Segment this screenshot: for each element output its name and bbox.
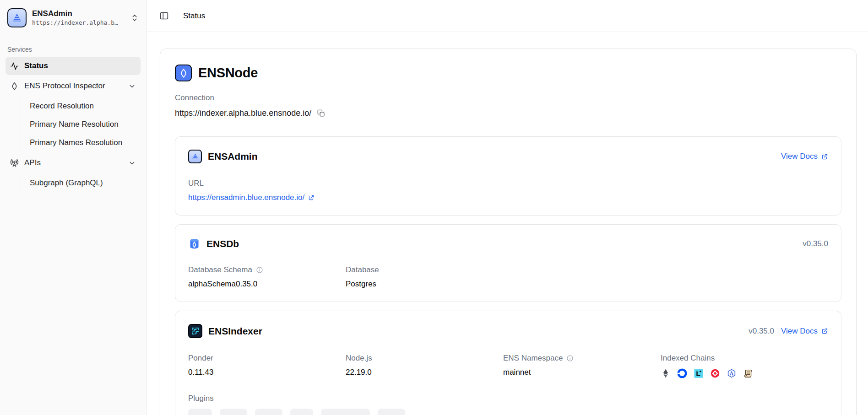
field-url: URL https://ensadmin.blue.ensnode.io/ xyxy=(188,179,346,202)
plugin-badge xyxy=(220,409,247,415)
field-database-schema: Database Schema alphaSchema0.35.0 xyxy=(188,265,346,289)
sidebar-item-apis[interactable]: APIs xyxy=(5,154,141,172)
ensadmin-logo-icon xyxy=(188,150,202,163)
ensadmin-logo-icon xyxy=(7,8,27,27)
sidebar: ENSAdmin https://indexer.alpha.b… Servic… xyxy=(0,0,146,415)
ensdb-card: ENSDb v0.35.0 Database Schema alphaSch xyxy=(175,224,841,302)
info-icon[interactable] xyxy=(566,355,574,362)
sidebar-item-label: Status xyxy=(24,61,48,70)
sidebar-section-label: Services xyxy=(0,46,146,53)
connection-url: https://indexer.alpha.blue.ensnode.io/ xyxy=(175,108,311,118)
field-label: Ponder xyxy=(188,354,213,363)
field-label: ENS Namespace xyxy=(503,354,563,363)
view-docs-label: View Docs xyxy=(781,327,818,336)
inspector-submenu: Record Resolution Primary Name Resolutio… xyxy=(20,97,141,152)
external-link-icon xyxy=(821,153,828,160)
workspace-switcher[interactable]: ENSAdmin https://indexer.alpha.b… xyxy=(0,0,146,35)
field-value: 22.19.0 xyxy=(346,368,503,377)
sidebar-item-ens-protocol-inspector[interactable]: ENS Protocol Inspector xyxy=(5,77,141,95)
app-name: ENSAdmin xyxy=(32,9,118,18)
ensnode-logo-icon xyxy=(175,65,192,81)
field-label: Database xyxy=(346,265,379,275)
field-ens-namespace: ENS Namespace mainnet xyxy=(503,354,661,379)
base-chain-icon xyxy=(677,368,687,378)
radio-tower-icon xyxy=(10,159,19,167)
topbar: Status xyxy=(146,0,868,32)
info-icon[interactable] xyxy=(256,266,263,274)
sidebar-item-label: ENS Protocol Inspector xyxy=(24,81,105,91)
link-text: https://ensadmin.blue.ensnode.io/ xyxy=(188,193,304,202)
linea-chain-icon xyxy=(694,368,704,378)
sidebar-item-primary-names-resolution[interactable]: Primary Names Resolution xyxy=(20,134,141,152)
optimism-chain-icon xyxy=(710,368,720,378)
card-title: ENSDb xyxy=(206,238,239,249)
main-area: Status ENSNode Connection https://indexe… xyxy=(146,0,868,415)
field-database: Database Postgres xyxy=(346,265,503,289)
view-docs-label: View Docs xyxy=(781,152,818,161)
sidebar-item-label: Record Resolution xyxy=(30,102,94,111)
ensnode-header: ENSNode xyxy=(175,65,841,81)
ensindexer-card-header: ENSIndexer v0.35.0 View Docs xyxy=(188,324,828,338)
ensdb-card-header: ENSDb v0.35.0 xyxy=(188,237,828,250)
field-label: URL xyxy=(188,179,204,188)
ensadmin-card-header: ENSAdmin View Docs xyxy=(188,150,828,163)
field-indexed-chains: Indexed Chains xyxy=(661,354,828,379)
field-label: Indexed Chains xyxy=(661,354,715,363)
card-title: ENSIndexer xyxy=(208,326,262,337)
card-title: ENSAdmin xyxy=(208,151,258,162)
ethereum-chain-icon xyxy=(661,368,671,378)
connection-row: https://indexer.alpha.blue.ensnode.io/ xyxy=(175,108,841,118)
arbitrum-chain-icon xyxy=(727,368,737,378)
sidebar-item-status[interactable]: Status xyxy=(5,57,141,75)
sidebar-toggle-icon[interactable] xyxy=(159,11,169,21)
view-docs-link[interactable]: View Docs xyxy=(781,327,828,336)
plugins-label: Plugins xyxy=(188,394,828,403)
ensadmin-url-link[interactable]: https://ensadmin.blue.ensnode.io/ xyxy=(188,193,315,202)
activity-icon xyxy=(10,62,19,70)
plugin-badge xyxy=(378,409,405,415)
plugin-badge xyxy=(255,409,282,415)
topbar-divider xyxy=(176,11,176,21)
field-nodejs: Node.js 22.19.0 xyxy=(346,354,503,379)
plugin-badge xyxy=(321,409,370,415)
page-title: ENSNode xyxy=(198,65,258,81)
ensindexer-card: ENSIndexer v0.35.0 View Docs Ponder 0.11… xyxy=(175,311,841,415)
sidebar-item-label: Primary Name Resolution xyxy=(30,120,119,129)
field-label: Node.js xyxy=(346,354,372,363)
field-ponder: Ponder 0.11.43 xyxy=(188,354,346,379)
plugin-badges-row xyxy=(188,409,828,415)
sidebar-item-primary-name-resolution[interactable]: Primary Name Resolution xyxy=(20,115,141,134)
field-label: Database Schema xyxy=(188,265,252,275)
external-link-icon xyxy=(308,194,315,201)
field-value: Postgres xyxy=(346,280,503,289)
chevrons-up-down-icon[interactable] xyxy=(130,14,139,22)
ensindexer-logo-icon xyxy=(188,324,202,338)
sidebar-item-label: Subgraph (GraphQL) xyxy=(30,178,103,188)
connection-url-truncated: https://indexer.alpha.b… xyxy=(32,20,118,27)
ensdb-database-icon xyxy=(188,237,201,250)
field-value: alphaSchema0.35.0 xyxy=(188,280,346,289)
copy-icon[interactable] xyxy=(317,109,326,118)
plugin-badge xyxy=(188,409,212,415)
chevron-down-icon[interactable] xyxy=(128,82,136,90)
chevron-down-icon[interactable] xyxy=(128,159,136,167)
apis-submenu: Subgraph (GraphQL) xyxy=(20,174,141,192)
sidebar-item-subgraph-graphql[interactable]: Subgraph (GraphQL) xyxy=(20,174,141,192)
view-docs-link[interactable]: View Docs xyxy=(781,152,828,161)
version-badge: v0.35.0 xyxy=(749,327,774,336)
indexed-chains-row xyxy=(661,367,828,379)
field-value: 0.11.43 xyxy=(188,368,346,377)
ens-diamond-icon xyxy=(10,82,19,91)
ensadmin-card: ENSAdmin View Docs URL https://ensadmin.… xyxy=(175,136,841,216)
scroll-chain-icon xyxy=(743,368,753,378)
version-badge: v0.35.0 xyxy=(803,239,828,248)
sidebar-item-record-resolution[interactable]: Record Resolution xyxy=(20,97,141,115)
sidebar-item-label: Primary Names Resolution xyxy=(30,138,122,147)
ensnode-status-card: ENSNode Connection https://indexer.alpha… xyxy=(160,49,857,415)
plugin-badge xyxy=(290,409,313,415)
breadcrumb: Status xyxy=(183,11,205,21)
sidebar-item-label: APIs xyxy=(24,158,41,167)
field-value: mainnet xyxy=(503,368,661,377)
connection-label: Connection xyxy=(175,93,841,102)
content: ENSNode Connection https://indexer.alpha… xyxy=(146,32,868,415)
